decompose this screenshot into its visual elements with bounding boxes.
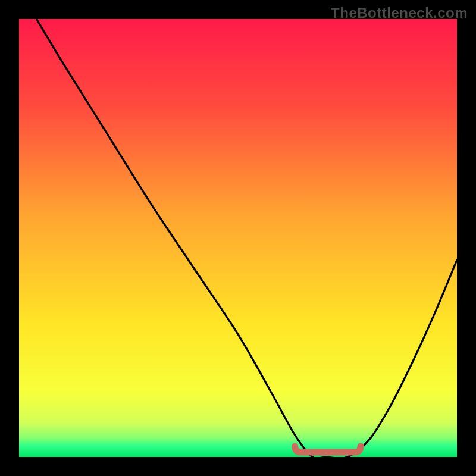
plot-background (19, 19, 457, 457)
watermark-text: TheBottleneck.com (331, 5, 468, 21)
chart-svg (0, 0, 476, 476)
chart-frame: TheBottleneck.com (0, 0, 476, 476)
